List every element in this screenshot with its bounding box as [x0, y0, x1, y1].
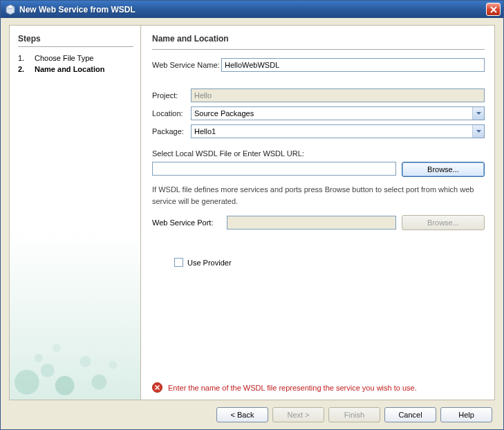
main-heading: Name and Location: [152, 34, 485, 44]
service-name-input[interactable]: [221, 58, 485, 72]
svg-point-3: [41, 364, 55, 377]
use-provider-checkbox[interactable]: [174, 258, 183, 267]
use-provider-label: Use Provider: [187, 259, 232, 267]
divider: [152, 49, 485, 50]
main-panel: Name and Location Web Service Name: Proj…: [141, 26, 494, 400]
close-button[interactable]: [486, 3, 501, 16]
location-label: Location:: [152, 109, 191, 118]
project-label: Project:: [152, 91, 191, 100]
steps-list: 1. Choose File Type 2. Name and Location: [18, 53, 133, 75]
step-number: 2.: [18, 65, 28, 73]
help-button[interactable]: Help: [440, 407, 492, 422]
row-service-name: Web Service Name:: [152, 58, 485, 72]
steps-heading: Steps: [18, 34, 133, 44]
row-project: Project:: [152, 88, 485, 102]
content-panels: Steps 1. Choose File Type 2. Name and Lo…: [9, 25, 495, 400]
steps-sidebar: Steps 1. Choose File Type 2. Name and Lo…: [10, 26, 141, 400]
svg-point-8: [109, 361, 117, 369]
package-value: Hello1: [192, 127, 472, 135]
service-name-label: Web Service Name:: [152, 61, 221, 69]
svg-point-4: [55, 376, 75, 395]
titlebar[interactable]: New Web Service from WSDL: [1, 1, 503, 18]
finish-button: Finish: [328, 407, 380, 422]
port-field: [227, 216, 396, 230]
wsdl-url-input[interactable]: [152, 162, 396, 176]
port-label: Web Service Port:: [152, 218, 221, 227]
error-icon: [152, 382, 162, 393]
wsdl-section-label: Select Local WSDL File or Enter WSDL URL…: [152, 149, 485, 158]
svg-point-9: [35, 354, 43, 362]
chevron-down-icon: [472, 107, 484, 120]
wizard-window: New Web Service from WSDL Steps 1. Choos…: [0, 0, 504, 430]
step-label: Choose File Type: [35, 54, 93, 62]
app-icon: [5, 4, 16, 15]
step-number: 1.: [18, 54, 28, 62]
step-label: Name and Location: [35, 65, 104, 73]
decorative-bubbles: [10, 317, 140, 400]
location-select[interactable]: Source Packages: [191, 106, 485, 120]
browse-port-button: Browse...: [402, 215, 485, 230]
next-button: Next >: [272, 407, 324, 422]
svg-point-5: [80, 356, 91, 367]
project-field: [191, 88, 485, 102]
window-title: New Web Service from WSDL: [19, 5, 486, 15]
row-provider: Use Provider: [174, 258, 485, 267]
button-bar: < Back Next > Finish Cancel Help: [9, 400, 495, 424]
row-wsdl-url: Browse...: [152, 162, 485, 177]
close-icon: [490, 6, 497, 13]
error-text: Enter the name of the WSDL file represen…: [168, 384, 417, 392]
package-select[interactable]: Hello1: [191, 124, 485, 138]
browse-wsdl-button[interactable]: Browse...: [402, 162, 485, 177]
back-button[interactable]: < Back: [216, 407, 268, 422]
svg-point-2: [15, 370, 39, 395]
client-area: Steps 1. Choose File Type 2. Name and Lo…: [1, 18, 503, 429]
row-package: Package: Hello1: [152, 124, 485, 138]
cancel-button[interactable]: Cancel: [384, 407, 436, 422]
chevron-down-icon: [472, 125, 484, 138]
package-label: Package:: [152, 127, 191, 135]
wsdl-hint-text: If WSDL file defines more services and p…: [152, 184, 485, 207]
row-location: Location: Source Packages: [152, 106, 485, 120]
step-item-active: 2. Name and Location: [18, 64, 133, 75]
step-item: 1. Choose File Type: [18, 53, 133, 64]
location-value: Source Packages: [192, 109, 472, 118]
row-port: Web Service Port: Browse...: [152, 215, 485, 230]
divider: [18, 46, 133, 47]
error-message: Enter the name of the WSDL file represen…: [152, 380, 485, 394]
svg-point-6: [53, 344, 61, 352]
svg-point-7: [91, 375, 106, 390]
